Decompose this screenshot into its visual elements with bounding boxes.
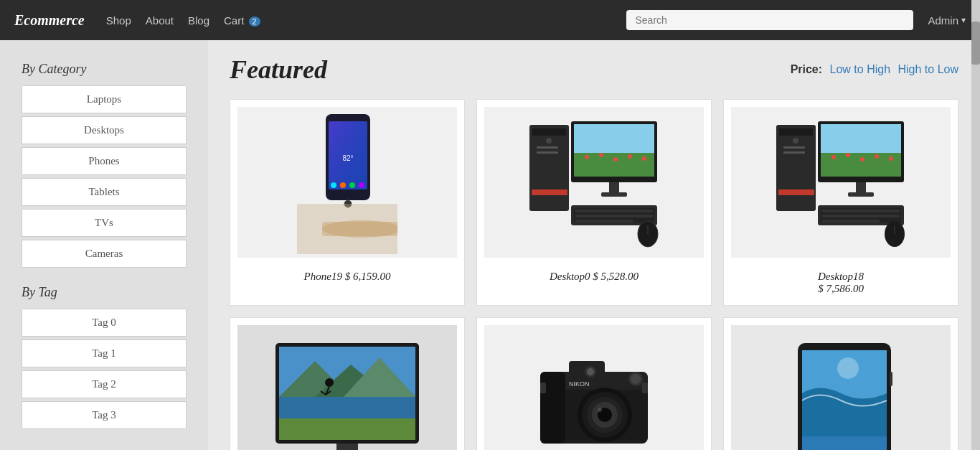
- svg-rect-6: [340, 182, 346, 188]
- cart-badge: 2: [249, 17, 260, 27]
- svg-rect-97: [890, 372, 892, 386]
- svg-rect-5: [331, 182, 336, 188]
- svg-rect-72: [279, 418, 415, 440]
- product-image-tablet: [731, 325, 951, 450]
- svg-rect-41: [783, 146, 805, 149]
- svg-point-88: [587, 368, 594, 375]
- product-card-camera[interactable]: NIKON: [476, 317, 712, 450]
- svg-point-50: [860, 157, 864, 161]
- scrollbar-thumb[interactable]: [971, 22, 980, 65]
- svg-point-15: [546, 138, 552, 144]
- svg-rect-33: [575, 215, 653, 217]
- admin-dropdown[interactable]: Admin: [928, 14, 966, 27]
- nav-shop[interactable]: Shop: [106, 14, 131, 27]
- nav-blog[interactable]: Blog: [188, 14, 209, 27]
- main-content: Featured Price: Low to High High to Low: [208, 40, 980, 450]
- product-image-camera: NIKON: [484, 325, 704, 450]
- svg-rect-53: [856, 182, 866, 193]
- price-high-low[interactable]: High to Low: [898, 63, 959, 75]
- tag-2[interactable]: Tag 2: [22, 370, 187, 398]
- tag-list: Tag 0 Tag 1 Tag 2 Tag 3: [22, 309, 187, 429]
- svg-point-25: [613, 157, 618, 161]
- svg-point-24: [599, 153, 603, 157]
- svg-rect-13: [529, 125, 569, 211]
- navbar: Ecommerce Shop About Blog Cart 2 Admin: [0, 0, 980, 40]
- svg-rect-58: [822, 215, 900, 217]
- svg-rect-38: [776, 125, 816, 211]
- svg-point-95: [837, 357, 859, 379]
- tag-0[interactable]: Tag 0: [22, 309, 187, 337]
- svg-rect-34: [575, 220, 633, 222]
- svg-text:82°: 82°: [342, 154, 353, 162]
- svg-point-51: [875, 154, 879, 159]
- svg-point-49: [846, 153, 850, 157]
- tag-section-title: By Tag: [22, 285, 187, 300]
- svg-point-26: [628, 154, 632, 159]
- product-card-tv[interactable]: [230, 317, 465, 450]
- price-label: Price:: [791, 63, 822, 75]
- svg-rect-21: [574, 124, 654, 153]
- category-tablets[interactable]: Tablets: [22, 178, 187, 206]
- featured-title: Featured: [230, 55, 327, 85]
- svg-rect-7: [349, 182, 355, 188]
- svg-point-27: [642, 156, 646, 161]
- svg-rect-46: [821, 124, 901, 153]
- product-card-tablet[interactable]: [723, 317, 958, 450]
- search-input[interactable]: [626, 10, 913, 30]
- product-image-desktop0: [484, 107, 704, 258]
- category-list: Laptops Desktops Phones Tablets TVs Came…: [22, 85, 187, 268]
- svg-rect-16: [537, 146, 558, 149]
- search-container: [626, 10, 913, 30]
- svg-point-86: [631, 374, 641, 384]
- svg-rect-8: [359, 182, 364, 188]
- product-card-phone19[interactable]: 82°: [230, 99, 465, 306]
- svg-rect-73: [336, 444, 358, 450]
- tag-3[interactable]: Tag 3: [22, 401, 187, 429]
- svg-rect-57: [822, 210, 900, 212]
- svg-rect-12: [297, 204, 397, 254]
- svg-rect-91: [642, 383, 648, 393]
- svg-rect-90: [540, 383, 546, 393]
- sidebar: By Category Laptops Desktops Phones Tabl…: [0, 40, 208, 450]
- product-name-phone19: Phone19 $ 6,159.00: [304, 265, 391, 286]
- svg-rect-28: [609, 182, 619, 193]
- svg-rect-29: [601, 192, 627, 197]
- svg-point-68: [325, 378, 334, 387]
- product-card-desktop0[interactable]: Desktop0 $ 5,528.00: [476, 99, 712, 306]
- product-image-desktop18: [731, 107, 951, 258]
- product-name-desktop0: Desktop0 $ 5,528.00: [550, 265, 639, 286]
- brand-logo[interactable]: Ecommerce: [14, 12, 85, 29]
- tag-1[interactable]: Tag 1: [22, 339, 187, 367]
- product-name-desktop18: Desktop18 $ 7,586.00: [818, 265, 864, 298]
- svg-text:NIKON: NIKON: [569, 380, 590, 388]
- svg-rect-32: [575, 210, 653, 212]
- content-header: Featured Price: Low to High High to Low: [230, 55, 958, 85]
- svg-point-84: [598, 408, 602, 412]
- svg-point-52: [889, 156, 893, 161]
- svg-rect-59: [822, 220, 880, 222]
- product-grid: 82°: [230, 99, 958, 450]
- svg-rect-17: [537, 151, 558, 154]
- product-card-desktop18[interactable]: Desktop18 $ 7,586.00: [723, 99, 958, 306]
- nav-about[interactable]: About: [146, 14, 174, 27]
- svg-rect-14: [532, 128, 566, 136]
- category-cameras[interactable]: Cameras: [22, 240, 187, 268]
- product-image-phone19: 82°: [237, 107, 457, 258]
- nav-cart[interactable]: Cart 2: [224, 14, 260, 27]
- svg-rect-54: [848, 192, 874, 197]
- svg-rect-39: [779, 128, 813, 136]
- price-filter: Price: Low to High High to Low: [791, 63, 958, 76]
- product-image-tv: [237, 325, 457, 450]
- scrollbar[interactable]: [971, 0, 980, 450]
- svg-point-40: [793, 138, 798, 144]
- category-desktops[interactable]: Desktops: [22, 116, 187, 144]
- svg-rect-18: [532, 189, 567, 195]
- svg-rect-43: [778, 189, 814, 195]
- category-tvs[interactable]: TVs: [22, 209, 187, 237]
- svg-point-23: [585, 155, 589, 159]
- price-low-high[interactable]: Low to High: [830, 63, 891, 75]
- category-phones[interactable]: Phones: [22, 147, 187, 175]
- category-laptops[interactable]: Laptops: [22, 85, 187, 113]
- svg-point-48: [831, 155, 836, 159]
- svg-rect-42: [783, 151, 805, 154]
